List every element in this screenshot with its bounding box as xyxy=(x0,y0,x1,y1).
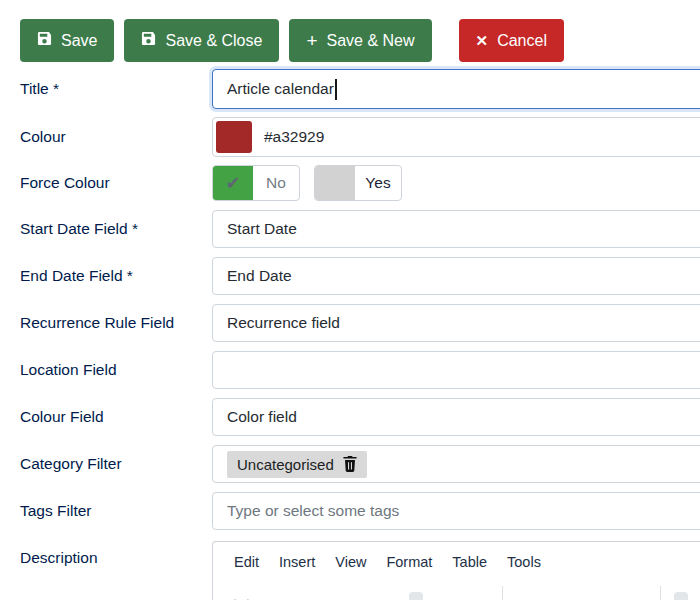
rich-text-editor[interactable]: Edit Insert View Format Table Tools xyxy=(212,541,700,600)
description-label: Description xyxy=(20,541,212,567)
location-field-row: Location Field xyxy=(20,351,700,389)
end-date-field-input[interactable] xyxy=(212,257,700,295)
save-new-button[interactable]: + Save & New xyxy=(289,19,431,62)
save-close-button-label: Save & Close xyxy=(165,32,262,50)
editor-toolbar-separator xyxy=(502,586,503,600)
editor-menu-tools[interactable]: Tools xyxy=(500,552,548,572)
editor-menu-format[interactable]: Format xyxy=(379,552,439,572)
category-chip[interactable]: Uncategorised xyxy=(227,451,367,478)
force-colour-yes-label: Yes xyxy=(355,166,401,200)
start-date-field-label: Start Date Field * xyxy=(20,220,212,238)
recurrence-rule-field-label: Recurrence Rule Field xyxy=(20,314,212,332)
save-icon xyxy=(141,31,156,50)
force-colour-switcher: ✔ No Yes xyxy=(212,165,700,201)
editor-toolbar-dropdown[interactable] xyxy=(409,592,423,600)
location-field-label: Location Field xyxy=(20,361,212,379)
end-date-field-label: End Date Field * xyxy=(20,267,212,285)
cancel-button-label: Cancel xyxy=(497,32,547,50)
force-colour-label: Force Colour xyxy=(20,174,212,192)
colour-field-label: Colour Field xyxy=(20,408,212,426)
category-chip-label: Uncategorised xyxy=(237,456,334,473)
save-icon xyxy=(37,31,52,50)
colour-input[interactable]: #a32929 xyxy=(212,117,700,157)
category-filter-row: Category Filter Uncategorised xyxy=(20,445,700,483)
save-button[interactable]: Save xyxy=(20,19,114,62)
trash-icon[interactable] xyxy=(343,456,357,472)
edit-form: Title * Article calendar Colour #a32929 … xyxy=(0,69,700,600)
location-field-input[interactable] xyxy=(212,351,700,389)
recurrence-rule-field-input[interactable] xyxy=(212,304,700,342)
editor-toolbar-dropdown[interactable] xyxy=(674,592,688,600)
recurrence-rule-field-row: Recurrence Rule Field xyxy=(20,304,700,342)
description-row: Description Edit Insert View Format Tabl… xyxy=(20,541,700,600)
colour-field-row-2: Colour Field xyxy=(20,398,700,436)
colour-label: Colour xyxy=(20,128,212,146)
editor-menubar: Edit Insert View Format Table Tools xyxy=(213,542,700,572)
save-close-button[interactable]: Save & Close xyxy=(124,19,279,62)
end-date-field-row: End Date Field * xyxy=(20,257,700,295)
title-label: Title * xyxy=(20,80,212,98)
action-toolbar: Save Save & Close + Save & New ✕ Cancel xyxy=(0,0,700,62)
force-colour-row: Force Colour ✔ No Yes xyxy=(20,165,700,201)
title-field-row: Title * Article calendar xyxy=(20,69,700,109)
editor-menu-table[interactable]: Table xyxy=(445,552,494,572)
plus-icon: + xyxy=(306,31,317,50)
category-filter-input[interactable]: Uncategorised xyxy=(212,445,700,483)
force-colour-option-no[interactable]: ✔ No xyxy=(212,165,300,201)
editor-menu-view[interactable]: View xyxy=(328,552,373,572)
force-colour-option-yes[interactable]: Yes xyxy=(314,165,402,201)
editor-menu-insert[interactable]: Insert xyxy=(272,552,322,572)
editor-toolbar-separator xyxy=(660,586,661,600)
tags-filter-row: Tags Filter xyxy=(20,492,700,530)
close-icon: ✕ xyxy=(476,33,489,48)
text-caret xyxy=(335,79,337,100)
tags-filter-input[interactable] xyxy=(212,492,700,530)
category-filter-label: Category Filter xyxy=(20,455,212,473)
force-colour-no-label: No xyxy=(253,166,299,200)
title-input-value: Article calendar xyxy=(227,80,334,98)
cancel-button[interactable]: ✕ Cancel xyxy=(459,19,564,62)
colour-swatch[interactable] xyxy=(216,121,252,153)
start-date-field-row: Start Date Field * xyxy=(20,210,700,248)
start-date-field-input[interactable] xyxy=(212,210,700,248)
check-icon: ✔ xyxy=(213,166,253,200)
toggle-box xyxy=(315,166,355,200)
title-input[interactable]: Article calendar xyxy=(212,69,700,109)
editor-toolbar-icon[interactable] xyxy=(228,592,255,600)
editor-menu-edit[interactable]: Edit xyxy=(227,552,266,572)
save-new-button-label: Save & New xyxy=(327,32,415,50)
save-button-label: Save xyxy=(61,32,97,50)
colour-field-input[interactable] xyxy=(212,398,700,436)
tags-filter-label: Tags Filter xyxy=(20,502,212,520)
colour-field-row: Colour #a32929 xyxy=(20,117,700,157)
colour-value: #a32929 xyxy=(264,128,324,146)
